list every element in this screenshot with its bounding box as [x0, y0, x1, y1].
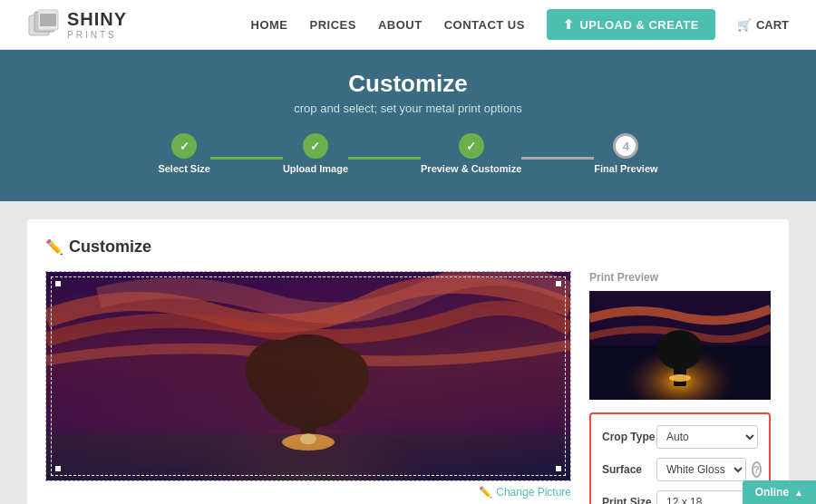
left-column: ✏️ Change Picture DPI: 97 Profile: sRGB … [45, 271, 571, 504]
step-label-4: Final Preview [594, 163, 657, 174]
svg-point-31 [669, 374, 691, 382]
nav-contact[interactable]: CONTACT US [444, 18, 525, 32]
two-col-layout: ✏️ Change Picture DPI: 97 Profile: sRGB … [45, 271, 771, 504]
cart-button[interactable]: 🛒 CART [737, 18, 789, 32]
pencil-icon: ✏️ [45, 238, 63, 256]
svg-point-10 [310, 347, 369, 406]
logo-icon [27, 8, 60, 41]
step-circle-3: ✓ [459, 133, 484, 159]
main-content: ✏️ Customize [0, 201, 816, 504]
nav-prices[interactable]: PRICES [310, 18, 356, 32]
card-title: ✏️ Customize [45, 237, 771, 257]
print-size-row: Print Size 12 x 18 [602, 490, 758, 504]
step-circle-1: ✓ [171, 133, 197, 159]
svg-point-9 [246, 340, 308, 402]
step-connector-1 [210, 157, 283, 160]
step-upload-image: ✓ Upload Image [283, 133, 348, 174]
preview-svg [589, 291, 771, 400]
hero-title: Customize [0, 70, 816, 98]
header: SHINY PRINTS HOME PRICES ABOUT CONTACT U… [0, 0, 816, 50]
step-circle-4: 4 [613, 133, 638, 159]
hero-subtitle: crop and select; set your metal print op… [0, 102, 816, 115]
cloud-svg [46, 272, 570, 480]
print-preview-label: Print Preview [589, 271, 771, 284]
step-preview-customize: ✓ Preview & Customize [421, 133, 521, 174]
step-label-3: Preview & Customize [421, 163, 521, 174]
svg-rect-3 [40, 14, 56, 26]
crop-type-select[interactable]: Auto [656, 425, 758, 449]
step-circle-2: ✓ [303, 133, 328, 159]
change-picture-link[interactable]: ✏️ Change Picture [45, 486, 571, 499]
print-size-label: Print Size [602, 496, 656, 504]
step-final-preview: 4 Final Preview [594, 133, 657, 174]
crop-type-label: Crop Type [602, 431, 656, 443]
step-label-2: Upload Image [283, 163, 348, 174]
nav-about[interactable]: ABOUT [378, 18, 423, 32]
upload-btn-label: UPLOAD & CREATE [579, 18, 698, 32]
step-label-1: Select Size [158, 163, 209, 174]
upload-icon: ⬆ [563, 17, 575, 32]
step-select-size: ✓ Select Size [158, 133, 209, 174]
logo-text-wrap: SHINY PRINTS [67, 9, 127, 40]
upload-create-button[interactable]: ⬆ UPLOAD & CREATE [547, 9, 715, 40]
surface-select[interactable]: White Gloss [656, 458, 746, 481]
main-image [46, 272, 570, 480]
online-label: Online [755, 486, 789, 499]
surface-label: Surface [602, 463, 656, 476]
logo-name: SHINY [67, 9, 127, 30]
preview-image [589, 291, 771, 400]
cart-label: CART [756, 18, 789, 32]
logo: SHINY PRINTS [27, 8, 127, 41]
cart-icon: 🛒 [737, 18, 752, 32]
chevron-up-icon: ▲ [794, 488, 803, 498]
image-crop-area[interactable] [45, 271, 571, 481]
svg-point-12 [300, 434, 316, 445]
surface-help-icon[interactable]: ? [752, 461, 762, 478]
step-connector-3 [521, 157, 594, 160]
card-title-text: Customize [69, 237, 151, 257]
content-card: ✏️ Customize [27, 219, 789, 504]
surface-row: Surface White Gloss ? [602, 458, 758, 481]
hero-banner: Customize crop and select; set your meta… [0, 50, 816, 201]
pencil-small-icon: ✏️ [479, 486, 492, 499]
crop-type-row: Crop Type Auto [602, 425, 758, 449]
svg-point-30 [657, 330, 703, 370]
online-badge[interactable]: Online ▲ [743, 480, 816, 504]
right-column: Print Preview [589, 271, 771, 504]
change-picture-label: Change Picture [496, 486, 571, 499]
nav-home[interactable]: HOME [251, 18, 288, 32]
main-nav: HOME PRICES ABOUT CONTACT US ⬆ UPLOAD & … [251, 9, 789, 40]
logo-sub: PRINTS [67, 30, 127, 40]
step-connector-2 [348, 157, 421, 160]
